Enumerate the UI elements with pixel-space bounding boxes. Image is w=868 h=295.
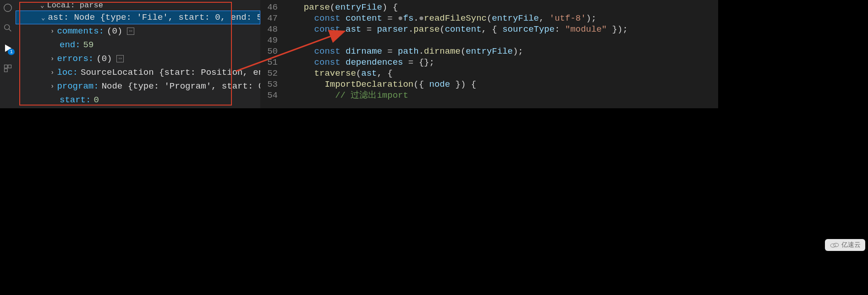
svg-rect-5 bbox=[8, 65, 11, 68]
search-icon[interactable] bbox=[2, 22, 14, 34]
extensions-icon[interactable] bbox=[2, 62, 14, 74]
code-line-46: parse(entryFile) { bbox=[293, 2, 628, 13]
chevron-right-icon: › bbox=[50, 83, 54, 90]
var-ast-value: ast: Node {type: 'File', start: 0, end: … bbox=[48, 12, 260, 22]
chevron-right-icon: › bbox=[50, 69, 54, 76]
var-comments[interactable]: › comments: (0) ▭ bbox=[16, 24, 260, 38]
code-line-49 bbox=[293, 35, 628, 46]
array-icon: ▭ bbox=[116, 55, 124, 62]
array-icon: ▭ bbox=[127, 28, 134, 35]
chevron-right-icon: › bbox=[50, 28, 54, 35]
code-line-50: const dirname = path.dirname(entryFile); bbox=[293, 46, 628, 57]
code-line-52: traverse(ast, { bbox=[293, 68, 628, 79]
var-ast[interactable]: ⌄ ast: Node {type: 'File', start: 0, end… bbox=[16, 11, 260, 24]
chevron-down-icon: ⌄ bbox=[40, 1, 44, 9]
code-line-47: const content = ●fs.●readFileSync(entryF… bbox=[293, 13, 628, 24]
code-line-53: ImportDeclaration({ node }) { bbox=[293, 79, 628, 90]
var-program[interactable]: › program: Node {type: 'Program', start:… bbox=[16, 79, 260, 93]
variables-panel: ⌄ Local: parse ⌄ ast: Node {type: 'File'… bbox=[16, 0, 260, 108]
chevron-down-icon: ⌄ bbox=[41, 14, 45, 22]
svg-point-1 bbox=[5, 25, 10, 30]
svg-line-2 bbox=[9, 29, 11, 31]
chevron-right-icon: › bbox=[50, 55, 54, 62]
svg-point-0 bbox=[4, 4, 12, 12]
code-line-51: const dependences = {}; bbox=[293, 57, 628, 68]
scope-label: Local: parse bbox=[47, 1, 103, 10]
activity-bar: 1 bbox=[0, 0, 16, 108]
circle-icon[interactable] bbox=[2, 2, 14, 14]
svg-rect-4 bbox=[5, 65, 8, 68]
debug-icon[interactable]: 1 bbox=[2, 42, 14, 54]
watermark: 亿速云 bbox=[825, 239, 865, 251]
ide-window: 1 ⌄ Local: parse ⌄ ast: Node {type: 'Fil… bbox=[0, 0, 718, 108]
var-end[interactable]: end: 59 bbox=[16, 38, 260, 52]
code-content[interactable]: parse(entryFile) { const content = ●fs.●… bbox=[285, 0, 628, 108]
line-gutter: 46 47 48 49 50 51 52 53 54 bbox=[260, 0, 285, 108]
svg-point-10 bbox=[834, 243, 839, 247]
editor-area[interactable]: 46 47 48 49 50 51 52 53 54 parse(entryFi… bbox=[260, 0, 718, 108]
code-line-54: // 过滤出import bbox=[293, 90, 628, 101]
debug-badge: 1 bbox=[8, 49, 15, 55]
var-start[interactable]: start: 0 bbox=[16, 93, 260, 107]
var-errors[interactable]: › errors: (0) ▭ bbox=[16, 52, 260, 66]
svg-rect-6 bbox=[5, 69, 8, 72]
var-loc[interactable]: › loc: SourceLocation {start: Position, … bbox=[16, 66, 260, 79]
scope-header[interactable]: ⌄ Local: parse bbox=[16, 0, 260, 11]
code-line-48: const ast = parser.parse(content, { sour… bbox=[293, 24, 628, 35]
